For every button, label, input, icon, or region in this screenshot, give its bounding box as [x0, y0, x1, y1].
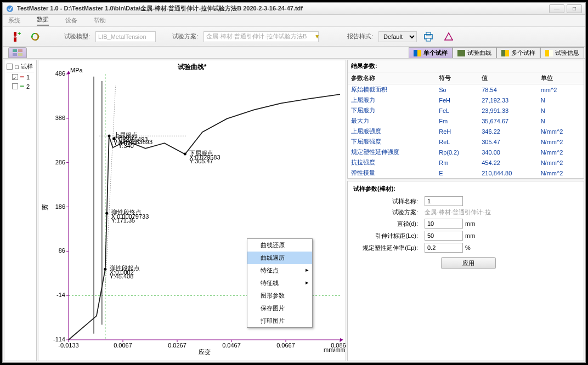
table-row: 下屈服强度ReL305.47N/mm^2 [348, 136, 584, 147]
svg-text:0.0867: 0.0867 [331, 342, 346, 349]
tree-header: 试样 [21, 62, 33, 71]
svg-marker-24 [340, 338, 343, 341]
plan-label: 试验方案: [172, 32, 198, 41]
ctx-feature-point[interactable]: 特征点▸ [247, 264, 312, 277]
menu-system[interactable]: 系统 [8, 16, 20, 25]
refresh-button[interactable] [28, 30, 42, 44]
sample-1-label[interactable]: 1 [26, 74, 30, 81]
table-row: 下屈服力FeL23,991.33N [348, 105, 584, 116]
menu-help[interactable]: 帮助 [94, 16, 106, 25]
table-row: 弹性模量E210,844.80N/mm^2 [348, 168, 584, 178]
svg-point-0 [7, 5, 13, 12]
apply-button[interactable]: 应用 [441, 257, 496, 269]
svg-rect-1 [14, 32, 16, 36]
titlebar: TestMaster 1.0 - D:\TestMaster 1.0\bin\D… [3, 3, 585, 15]
param-row: 试验方案:金属-棒材-普通引伸计-拉 [353, 208, 578, 216]
menu-data[interactable]: 数据 [37, 15, 49, 26]
results-panel: 结果参数: 参数名称 符号 值 单位 原始横截面积So78.54mm^2上屈服力… [347, 60, 584, 179]
sample-2-label[interactable]: 2 [26, 83, 30, 90]
minimize-button[interactable]: — [549, 4, 564, 13]
plan-field[interactable] [203, 31, 319, 42]
add-sample-button[interactable]: + [8, 30, 22, 44]
svg-text:286: 286 [55, 159, 65, 166]
sample-2-checkbox[interactable] [12, 83, 18, 89]
svg-line-19 [105, 85, 116, 289]
table-row: 上屈服强度ReH346.22N/mm^2 [348, 126, 584, 136]
params-header: 试样参数(棒材): [353, 185, 578, 193]
param-input-4[interactable] [425, 243, 463, 253]
svg-rect-3 [14, 36, 16, 38]
svg-text:0.0267: 0.0267 [168, 342, 186, 349]
sample-tree: □试样 ━1 ━2 [4, 60, 37, 361]
param-input-3[interactable] [425, 231, 463, 241]
svg-point-62 [184, 152, 186, 155]
table-row: 原始横截面积So78.54mm^2 [348, 84, 584, 95]
sample-1-checkbox[interactable] [12, 74, 18, 80]
ctx-graph-params[interactable]: 图形参数 [247, 289, 312, 302]
tab-single-sample[interactable]: 单个试样 [409, 47, 453, 58]
svg-text:0.0067: 0.0067 [114, 342, 132, 349]
svg-text:应变: 应变 [199, 349, 211, 355]
toolbar: + 试验模型: 试验方案: ▼ 报告样式: Default [3, 27, 585, 47]
svg-point-70 [104, 268, 106, 271]
tab-multi-sample[interactable]: 多个试样 [496, 47, 540, 58]
svg-text:0.0467: 0.0467 [222, 342, 241, 349]
table-row: 最大力Fm35,674.67N [348, 116, 584, 126]
svg-text:0.0667: 0.0667 [276, 342, 295, 349]
svg-text:+: + [18, 31, 21, 37]
svg-text:MPa: MPa [70, 67, 83, 73]
context-menu: 曲线还原 曲线遍历 特征点▸ 特征线▸ 图形参数 保存图片 打印图片 [247, 238, 313, 328]
report-select[interactable]: Default [378, 31, 417, 42]
tab-info[interactable]: 试验信息 [540, 47, 584, 58]
chart-pane[interactable]: 试验曲线* 剪 MPamm/mm-114-1486186286386486-0.… [38, 60, 346, 361]
svg-rect-9 [426, 38, 431, 41]
window-title: TestMaster 1.0 - D:\TestMaster 1.0\bin\D… [17, 4, 549, 13]
results-table: 参数名称 符号 值 单位 原始横截面积So78.54mm^2上屈服力FeH27,… [348, 72, 584, 178]
svg-rect-2 [14, 37, 16, 42]
param-row: 引伸计标距(Le):mm [353, 231, 578, 241]
svg-text:186: 186 [55, 203, 65, 210]
export-button[interactable] [442, 30, 456, 44]
param-row: 试样名称: [353, 196, 578, 206]
svg-text:-14: -14 [56, 292, 65, 298]
param-row: 规定塑性延伸率(Ep):% [353, 243, 578, 253]
svg-rect-13 [13, 53, 17, 56]
svg-rect-12 [18, 49, 22, 52]
svg-text:486: 486 [55, 70, 65, 77]
table-row: 规定塑性延伸强度Rp(0.2)340.00N/mm^2 [348, 147, 584, 157]
ctx-print-image[interactable]: 打印图片 [247, 315, 312, 327]
menubar: 系统 数据 设备 帮助 [3, 15, 585, 27]
ctx-save-image[interactable]: 保存图片 [247, 302, 312, 315]
plan-dropdown-icon[interactable]: ▼ [314, 33, 320, 39]
results-header: 结果参数: [348, 60, 584, 72]
ctx-restore[interactable]: 曲线还原 [247, 239, 312, 252]
table-row: 抗拉强度Rm454.22N/mm^2 [348, 157, 584, 168]
menu-device[interactable]: 设备 [65, 16, 77, 25]
svg-text:-0.0133: -0.0133 [58, 342, 78, 349]
ctx-traverse[interactable]: 曲线遍历 [247, 252, 312, 264]
param-input-0[interactable] [425, 196, 463, 206]
param-value-readonly: 金属-棒材-普通引伸计-拉 [425, 208, 491, 216]
subtabs: 单个试样 试验曲线 多个试样 试验信息 [3, 47, 585, 59]
svg-text:Y:45.408: Y:45.408 [110, 273, 133, 280]
param-row: 直径(d):mm [353, 219, 578, 229]
model-field[interactable] [95, 31, 156, 42]
app-icon [6, 5, 14, 13]
ctx-feature-line[interactable]: 特征线▸ [247, 277, 312, 289]
param-input-2[interactable] [425, 219, 463, 229]
svg-point-66 [105, 212, 108, 215]
organize-tab[interactable] [8, 47, 27, 58]
model-label: 试验模型: [64, 32, 90, 41]
svg-rect-14 [18, 53, 22, 56]
svg-text:86: 86 [59, 247, 65, 254]
svg-text:386: 386 [55, 115, 65, 121]
tree-root-checkbox[interactable] [7, 64, 13, 70]
svg-point-58 [108, 134, 110, 137]
maximize-button[interactable]: □ [567, 4, 582, 13]
print-preview-button[interactable] [422, 30, 437, 44]
svg-text:Y:346.22: Y:346.22 [114, 140, 137, 146]
svg-text:Y:305.47: Y:305.47 [189, 158, 213, 164]
tab-curve[interactable]: 试验曲线 [453, 47, 496, 58]
report-label: 报告样式: [347, 32, 373, 41]
svg-text:Y:171.35: Y:171.35 [111, 217, 135, 224]
